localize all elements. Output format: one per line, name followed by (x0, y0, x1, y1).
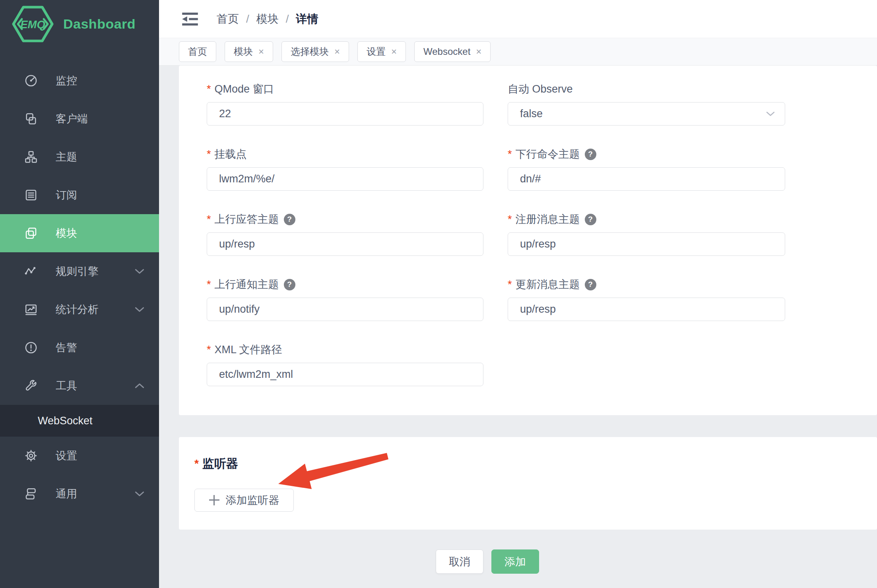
sidebar-item-monitoring[interactable]: 监控 (0, 62, 159, 100)
brand[interactable]: EMQ Dashboard (0, 0, 159, 48)
main-area: 首页 / 模块 / 详情 首页 模块 × 选择模块 × 设置 × (159, 0, 877, 588)
required-asterisk: * (508, 213, 512, 226)
field-label-text: 下行命令主题 (516, 147, 580, 161)
tag-close-icon[interactable]: × (391, 47, 397, 56)
breadcrumb-item-modules[interactable]: 模块 (256, 12, 279, 27)
help-icon[interactable] (284, 279, 295, 290)
submit-add-button[interactable]: 添加 (491, 549, 539, 574)
sidebar-item-general[interactable]: 通用 (0, 475, 159, 513)
required-asterisk: * (508, 148, 512, 161)
tag-close-icon[interactable]: × (334, 47, 340, 56)
sidebar-item-settings[interactable]: 设置 (0, 437, 159, 475)
field-uplink-response-topic: * 上行应答主题 up/resp (207, 212, 483, 277)
gear-icon (24, 449, 38, 463)
sidebar: EMQ Dashboard 监控 客户端 (0, 0, 159, 588)
sidebar-item-rule-engine[interactable]: 规则引擎 (0, 252, 159, 290)
field-label: * QMode 窗口 (207, 81, 483, 97)
alert-icon (24, 340, 38, 355)
sidebar-item-label: 客户端 (56, 112, 88, 126)
field-label-text: 自动 Observe (508, 82, 573, 96)
breadcrumb-item-home[interactable]: 首页 (217, 12, 239, 27)
uplink-notify-topic-input[interactable]: up/notify (207, 298, 483, 321)
sidebar-nav: 监控 客户端 主题 订阅 (0, 62, 159, 513)
sidebar-item-label: 主题 (56, 150, 77, 164)
sidebar-item-clients[interactable]: 客户端 (0, 100, 159, 138)
uplink-response-topic-input[interactable]: up/resp (207, 232, 483, 256)
help-icon[interactable] (585, 279, 596, 290)
tag-label: 设置 (367, 45, 386, 58)
required-asterisk: * (207, 213, 211, 226)
sidebar-item-label: 设置 (56, 449, 77, 463)
cancel-button[interactable]: 取消 (436, 549, 483, 574)
qmode-window-input[interactable]: 22 (207, 102, 483, 126)
sidebar-collapse-icon[interactable] (180, 12, 200, 26)
xml-file-path-input[interactable]: etc/lwm2m_xml (207, 363, 483, 386)
clients-icon (24, 112, 38, 126)
tab-tag-home[interactable]: 首页 (179, 41, 216, 62)
add-listener-button[interactable]: 添加监听器 (194, 489, 294, 512)
open-tabs-bar: 首页 模块 × 选择模块 × 设置 × Websocket × (159, 38, 877, 66)
field-label: * 更新消息主题 (508, 277, 785, 292)
sidebar-item-tools[interactable]: 工具 (0, 367, 159, 405)
required-asterisk: * (207, 344, 211, 356)
help-icon[interactable] (585, 214, 596, 225)
help-icon[interactable] (585, 149, 596, 160)
sidebar-item-label: 规则引擎 (56, 264, 99, 279)
field-qmode-window: * QMode 窗口 22 (207, 81, 483, 147)
auto-observe-select[interactable]: false (508, 102, 785, 126)
required-asterisk: * (207, 279, 211, 291)
tab-tag-websocket[interactable]: Websocket × (414, 41, 491, 62)
update-message-topic-input[interactable]: up/resp (508, 298, 785, 321)
tag-close-icon[interactable]: × (476, 47, 481, 56)
emqx-dashboard-page: EMQ Dashboard 监控 客户端 (0, 0, 877, 588)
sidebar-item-topics[interactable]: 主题 (0, 138, 159, 176)
field-label-text: 上行通知主题 (215, 277, 279, 292)
help-icon[interactable] (284, 214, 295, 225)
field-label-text: 上行应答主题 (215, 212, 279, 226)
emq-logo-icon: EMQ (12, 6, 54, 43)
chevron-up-icon (134, 383, 145, 389)
tab-tag-settings[interactable]: 设置 × (357, 41, 406, 62)
form-actions: 取消 添加 (436, 549, 877, 574)
wrench-icon (24, 379, 38, 393)
tag-close-icon[interactable]: × (258, 47, 264, 56)
breadcrumb: 首页 / 模块 / 详情 (217, 12, 318, 27)
tag-label: Websocket (423, 46, 470, 57)
field-label-text: 挂载点 (215, 147, 247, 161)
page-content: * QMode 窗口 22 自动 Observe false (159, 66, 877, 588)
sidebar-item-analytics[interactable]: 统计分析 (0, 290, 159, 329)
sidebar-item-subscriptions[interactable]: 订阅 (0, 176, 159, 214)
field-label-text: XML 文件路径 (215, 342, 282, 357)
field-uplink-notify-topic: * 上行通知主题 up/notify (207, 277, 483, 342)
breadcrumb-item-details: 详情 (296, 12, 318, 27)
sidebar-item-alerts[interactable]: 告警 (0, 329, 159, 367)
tab-tag-select-module[interactable]: 选择模块 × (281, 41, 349, 62)
tag-label: 首页 (188, 45, 207, 58)
downlink-command-topic-input[interactable]: dn/# (508, 167, 785, 191)
top-header: 首页 / 模块 / 详情 (159, 0, 877, 38)
breadcrumb-separator: / (246, 13, 249, 25)
sidebar-item-label: 告警 (56, 340, 77, 355)
tab-tag-modules[interactable]: 模块 × (225, 41, 273, 62)
sidebar-item-label: 订阅 (56, 188, 77, 202)
listener-title-text: 监听器 (202, 456, 238, 472)
sidebar-item-websocket[interactable]: WebSocket (0, 405, 159, 437)
subscriptions-icon (24, 188, 38, 202)
field-label-text: 更新消息主题 (516, 277, 580, 292)
sidebar-item-modules[interactable]: 模块 (0, 214, 159, 252)
sidebar-item-label: 通用 (56, 487, 77, 501)
module-settings-card: * QMode 窗口 22 自动 Observe false (179, 66, 877, 415)
sidebar-item-label: 模块 (56, 226, 77, 240)
chevron-down-icon (134, 491, 145, 497)
mountpoint-input[interactable]: lwm2m/%e/ (207, 167, 483, 191)
required-asterisk: * (194, 457, 199, 470)
breadcrumb-separator: / (286, 13, 289, 25)
field-label-text: 注册消息主题 (516, 212, 580, 226)
listener-section-title: * 监听器 (194, 456, 877, 471)
gauge-icon (24, 74, 38, 88)
svg-text:EMQ: EMQ (20, 18, 45, 30)
register-message-topic-input[interactable]: up/resp (508, 232, 785, 256)
tag-label: 模块 (234, 45, 253, 58)
sidebar-item-label: 统计分析 (56, 302, 99, 317)
analytics-icon (24, 302, 38, 317)
